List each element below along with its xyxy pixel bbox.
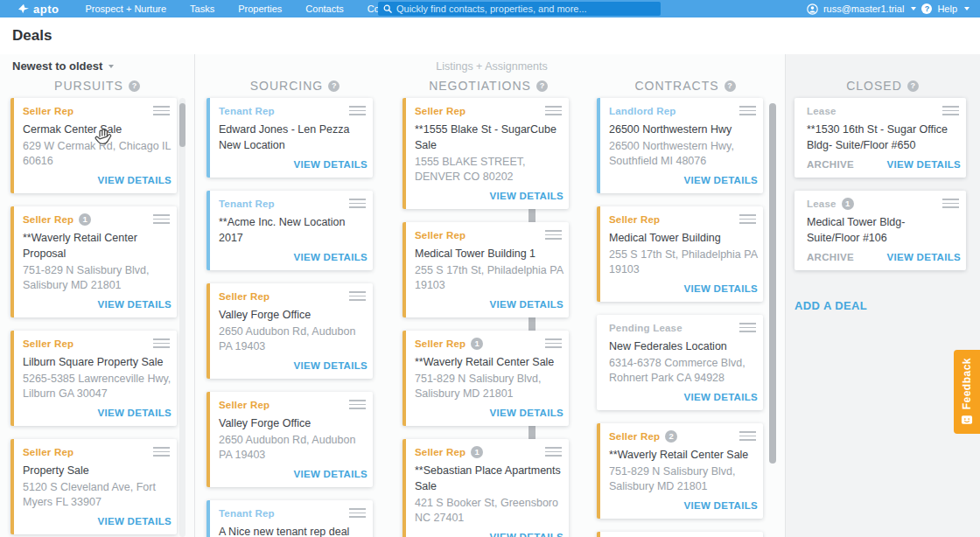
view-details-link[interactable]: VIEW DETAILS [97, 299, 172, 310]
deal-address: 6314-6378 Commerce Blvd, Rohnert Park CA… [609, 356, 758, 386]
card-actions: VIEW DETAILS [609, 282, 758, 295]
view-details-link[interactable]: VIEW DETAILS [886, 159, 961, 170]
nav-item-tasks[interactable]: Tasks [190, 3, 214, 14]
deal-type-label: Landlord Rep [609, 106, 676, 116]
deal-card[interactable]: Seller Rep **1555 Blake St - SugarCube S… [402, 98, 569, 209]
sort-dropdown[interactable]: Newest to oldest [12, 59, 114, 73]
deal-card[interactable]: Seller Rep Valley Forge Office 2650 Audu… [206, 392, 373, 487]
deal-card[interactable]: Seller Rep 1 **Waverly Retail Center Sal… [402, 331, 569, 426]
view-details-link[interactable]: VIEW DETAILS [293, 252, 368, 262]
view-details-link[interactable]: VIEW DETAILS [97, 516, 172, 527]
view-details-link[interactable]: VIEW DETAILS [683, 175, 758, 185]
deal-card[interactable]: Tenant Rep **Acme Inc. New Location 2017… [206, 191, 373, 270]
help-menu[interactable]: Help [937, 3, 957, 14]
card-menu-icon[interactable] [347, 398, 368, 411]
help-chevron-icon[interactable] [964, 7, 970, 10]
view-details-link[interactable]: VIEW DETAILS [489, 299, 564, 310]
deal-card[interactable]: Seller Rep Medical Tower Building 255 S … [597, 206, 763, 302]
deal-card[interactable]: Lease **1530 16th St - Sugar Office Bldg… [794, 98, 966, 178]
pursuits-scrollbar-track[interactable] [179, 98, 186, 537]
deal-card[interactable]: Seller Rep 1 **Sebastian Place Apartment… [402, 439, 569, 537]
add-a-deal-link[interactable]: ADD A DEAL [794, 299, 966, 312]
card-label-row: Seller Rep 1 [415, 445, 564, 458]
user-email[interactable]: russ@master1.trial [823, 3, 904, 14]
deal-type-label: Seller Rep [219, 291, 270, 302]
view-details-link[interactable]: VIEW DETAILS [97, 408, 172, 418]
card-menu-icon[interactable] [738, 213, 758, 226]
card-menu-icon[interactable] [941, 104, 961, 117]
contracts-scrollbar-thumb[interactable] [769, 103, 776, 464]
feedback-button[interactable]: Feedback [954, 350, 980, 434]
column-cards-contracts: Landlord Rep 26500 Northwestern Hwy 2650… [597, 98, 763, 537]
card-menu-icon[interactable] [347, 506, 368, 520]
view-details-link[interactable]: VIEW DETAILS [293, 469, 368, 479]
user-menu-chevron-icon[interactable] [911, 7, 916, 10]
column-help-icon[interactable]: ? [129, 80, 140, 92]
card-menu-icon[interactable] [347, 104, 368, 117]
deal-card[interactable]: Seller Rep Medical Tower Building 1 255 … [402, 222, 569, 317]
deal-address: 255 S 17th St, Philadelphia PA 19103 [609, 248, 758, 277]
column-help-icon[interactable]: ? [328, 80, 340, 92]
nav-item-contacts[interactable]: Contacts [305, 3, 343, 14]
search-input[interactable] [396, 3, 655, 14]
card-menu-icon[interactable] [543, 104, 564, 117]
card-menu-icon[interactable] [347, 289, 368, 303]
view-details-link[interactable]: VIEW DETAILS [293, 360, 368, 371]
deal-card[interactable]: Seller Rep 1 **Waverly Retail Center Pro… [10, 206, 177, 317]
card-menu-icon[interactable] [347, 197, 368, 210]
column-help-icon[interactable]: ? [724, 80, 736, 92]
card-menu-icon[interactable] [151, 213, 172, 226]
card-menu-icon[interactable] [738, 104, 758, 117]
view-details-link[interactable]: VIEW DETAILS [683, 283, 758, 294]
deal-card[interactable]: Seller Rep Cermak Center Sale 629 W Cerm… [10, 98, 177, 193]
view-details-link[interactable]: VIEW DETAILS [886, 252, 961, 262]
deal-card[interactable]: Seller Rep Property Sale 5120 S Clevelan… [10, 439, 177, 534]
card-menu-icon[interactable] [543, 445, 564, 458]
view-details-link[interactable]: VIEW DETAILS [489, 191, 564, 201]
card-menu-icon[interactable] [151, 337, 172, 350]
card-label-row: Seller Rep [219, 398, 368, 411]
view-details-link[interactable]: VIEW DETAILS [293, 159, 368, 170]
card-menu-icon[interactable] [738, 321, 758, 334]
deal-title: **1530 16th St - Sugar Office Bldg- Suit… [807, 122, 961, 153]
card-menu-icon[interactable] [543, 228, 564, 241]
view-details-link[interactable]: VIEW DETAILS [489, 532, 564, 537]
deal-address: 1555 BLAKE STREET, DENVER CO 80202 [415, 155, 564, 185]
deal-card[interactable]: Pending Lease New Federales Location 631… [597, 315, 763, 410]
deal-type-label: Seller Rep [219, 400, 270, 410]
pursuits-scrollbar-thumb[interactable] [179, 103, 186, 147]
deal-address: 751-829 N Salisbury Blvd, Salisbury MD 2… [415, 372, 564, 401]
deal-card[interactable]: Tenant Rep A Nice new tenant rep deal VI… [206, 500, 373, 537]
deal-card[interactable]: Landlord Rep 26500 Northwestern Hwy 2650… [597, 98, 763, 193]
card-menu-icon[interactable] [151, 445, 172, 458]
column-header-pursuits: PURSUITS ? [0, 79, 194, 93]
deal-type-label: Seller Rep [415, 106, 466, 116]
deal-count-badge: 1 [842, 198, 854, 210]
column-help-icon[interactable]: ? [907, 80, 919, 92]
nav-item-prospect-nurture[interactable]: Prospect + Nurture [85, 3, 166, 14]
card-menu-icon[interactable] [151, 104, 172, 117]
deal-card[interactable]: Tenant Rep Edward Jones - Len Pezza New … [206, 98, 373, 178]
deal-card[interactable]: Seller Rep Valley Forge Office 2650 Audu… [206, 283, 373, 379]
archive-link[interactable]: ARCHIVE [807, 159, 854, 170]
card-menu-icon[interactable] [738, 429, 758, 443]
nav-item-properties[interactable]: Properties [238, 3, 282, 14]
deal-card[interactable]: Seller Rep Lilburn Square Property Sale … [10, 331, 177, 426]
card-label-row: Seller Rep [23, 337, 172, 350]
column-help-icon[interactable]: ? [536, 80, 548, 92]
view-details-link[interactable]: VIEW DETAILS [97, 175, 172, 185]
deal-card[interactable]: Seller Rep [597, 532, 763, 537]
deal-type-label: Seller Rep [609, 431, 660, 442]
view-details-link[interactable]: VIEW DETAILS [683, 392, 758, 402]
deal-card[interactable]: Seller Rep 2 **Waverly Retail Center Sal… [597, 423, 763, 519]
card-menu-icon[interactable] [941, 197, 961, 210]
column-divider [194, 54, 195, 537]
view-details-link[interactable]: VIEW DETAILS [683, 500, 758, 511]
deal-card[interactable]: Lease 1 Medical Tower Bldg- Suite/Floor … [794, 191, 966, 270]
global-search[interactable] [378, 2, 661, 16]
page-title: Deals [12, 27, 52, 45]
apto-logo[interactable]: apto [18, 3, 59, 16]
archive-link[interactable]: ARCHIVE [807, 252, 854, 262]
view-details-link[interactable]: VIEW DETAILS [489, 408, 564, 418]
card-menu-icon[interactable] [543, 337, 564, 350]
